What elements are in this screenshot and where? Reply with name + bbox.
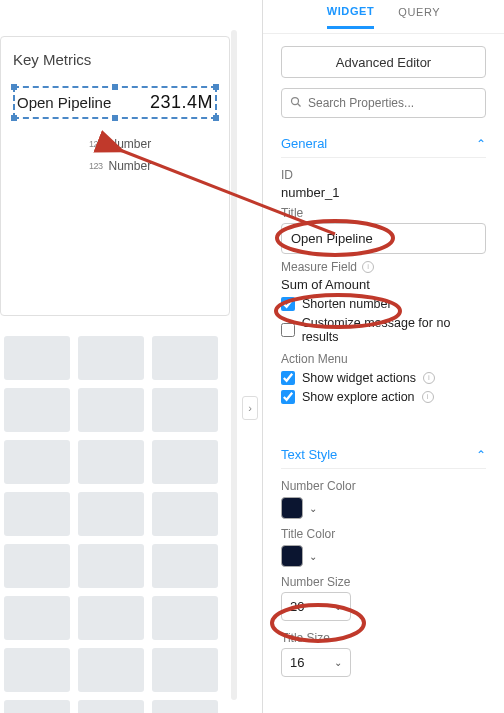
measure-field-label: Measure Field i (281, 260, 486, 274)
number-size-value: 20 (290, 599, 304, 614)
shorten-number-row[interactable]: Shorten number (281, 297, 486, 311)
title-label: Title (281, 206, 486, 220)
panel-body: Advanced Editor General ⌃ ID number_1 Ti… (263, 34, 504, 689)
number-color-label: Number Color (281, 479, 486, 493)
palette-cell[interactable] (78, 492, 144, 536)
panel-collapse-handle[interactable]: › (242, 396, 258, 420)
palette-cell[interactable] (4, 544, 70, 588)
show-explore-action-label: Show explore action (302, 390, 415, 404)
search-properties-input[interactable] (308, 96, 477, 110)
card-key-metrics: Key Metrics Open Pipeline 231.4M 123 Num… (0, 36, 230, 316)
chevron-down-icon: ⌄ (334, 601, 342, 612)
chevron-down-icon: ⌄ (309, 551, 317, 562)
svg-point-0 (292, 97, 299, 104)
palette-cell[interactable] (152, 336, 218, 380)
palette-cell[interactable] (4, 440, 70, 484)
widget-title: Open Pipeline (17, 94, 111, 111)
customize-message-label: Customize message for no results (302, 316, 486, 344)
palette-cell[interactable] (4, 492, 70, 536)
show-widget-actions-row[interactable]: Show widget actions i (281, 371, 486, 385)
palette-cell[interactable] (78, 544, 144, 588)
show-widget-actions-label: Show widget actions (302, 371, 416, 385)
resize-handle[interactable] (11, 115, 17, 121)
section-general-toggle[interactable]: General ⌃ (281, 132, 486, 158)
search-icon (290, 96, 302, 111)
resize-handle[interactable] (11, 84, 17, 90)
dashboard-canvas[interactable]: Key Metrics Open Pipeline 231.4M 123 Num… (0, 0, 237, 713)
palette-cell[interactable] (4, 700, 70, 713)
palette-cell[interactable] (152, 544, 218, 588)
number-size-select[interactable]: 20 ⌄ (281, 592, 351, 621)
palette-cell[interactable] (4, 336, 70, 380)
palette-cell[interactable] (152, 388, 218, 432)
section-label: General (281, 136, 327, 151)
customize-message-checkbox[interactable] (281, 323, 295, 337)
widget-placeholder-number-1[interactable]: 123 Number (13, 131, 217, 153)
info-icon[interactable]: i (423, 372, 435, 384)
show-widget-actions-checkbox[interactable] (281, 371, 295, 385)
title-color-label: Title Color (281, 527, 486, 541)
palette-cell[interactable] (4, 648, 70, 692)
number-icon: 123 (89, 161, 103, 171)
palette-cell[interactable] (152, 596, 218, 640)
show-explore-action-row[interactable]: Show explore action i (281, 390, 486, 404)
title-input[interactable] (281, 223, 486, 254)
palette-cell[interactable] (152, 648, 218, 692)
show-explore-action-checkbox[interactable] (281, 390, 295, 404)
shorten-number-label: Shorten number (302, 297, 392, 311)
chevron-up-icon: ⌃ (476, 448, 486, 462)
palette-cell[interactable] (78, 648, 144, 692)
number-icon: 123 (89, 139, 103, 149)
properties-panel: WIDGET QUERY Advanced Editor General ⌃ I… (262, 0, 504, 713)
section-label: Text Style (281, 447, 337, 462)
palette-cell[interactable] (152, 492, 218, 536)
resize-handle[interactable] (213, 115, 219, 121)
palette-cell[interactable] (4, 596, 70, 640)
resize-handle[interactable] (112, 115, 118, 121)
widget-type-label: Number (109, 159, 152, 173)
shorten-number-checkbox[interactable] (281, 297, 295, 311)
widget-type-label: Number (109, 137, 152, 151)
svg-line-1 (298, 103, 301, 106)
info-icon[interactable]: i (422, 391, 434, 403)
color-swatch[interactable] (281, 497, 303, 519)
palette-cell[interactable] (152, 440, 218, 484)
search-properties-field[interactable] (281, 88, 486, 118)
panel-tabs: WIDGET QUERY (263, 0, 504, 34)
chevron-right-icon: › (248, 402, 252, 414)
color-swatch[interactable] (281, 545, 303, 567)
widget-palette (0, 336, 229, 713)
id-value: number_1 (281, 185, 486, 200)
card-title: Key Metrics (13, 51, 217, 68)
title-color-picker[interactable]: ⌄ (281, 545, 486, 567)
palette-cell[interactable] (78, 596, 144, 640)
selected-widget-open-pipeline[interactable]: Open Pipeline 231.4M (13, 86, 217, 119)
palette-cell[interactable] (152, 700, 218, 713)
canvas-scrollbar[interactable] (231, 30, 237, 700)
title-size-value: 16 (290, 655, 304, 670)
widget-placeholder-number-2[interactable]: 123 Number (13, 153, 217, 175)
resize-handle[interactable] (112, 84, 118, 90)
palette-cell[interactable] (78, 700, 144, 713)
title-size-select[interactable]: 16 ⌄ (281, 648, 351, 677)
palette-cell[interactable] (4, 388, 70, 432)
tab-widget[interactable]: WIDGET (327, 5, 375, 29)
section-text-style-toggle[interactable]: Text Style ⌃ (281, 443, 486, 469)
action-menu-label: Action Menu (281, 352, 486, 366)
measure-field-value: Sum of Amount (281, 277, 486, 292)
palette-cell[interactable] (78, 440, 144, 484)
title-size-label: Title Size (281, 631, 486, 645)
advanced-editor-button[interactable]: Advanced Editor (281, 46, 486, 78)
info-icon[interactable]: i (362, 261, 374, 273)
chevron-up-icon: ⌃ (476, 137, 486, 151)
widget-value: 231.4M (150, 92, 213, 113)
palette-cell[interactable] (78, 388, 144, 432)
customize-message-row[interactable]: Customize message for no results (281, 316, 486, 344)
chevron-down-icon: ⌄ (309, 503, 317, 514)
number-size-label: Number Size (281, 575, 486, 589)
number-color-picker[interactable]: ⌄ (281, 497, 486, 519)
palette-cell[interactable] (78, 336, 144, 380)
tab-query[interactable]: QUERY (398, 6, 440, 27)
resize-handle[interactable] (213, 84, 219, 90)
chevron-down-icon: ⌄ (334, 657, 342, 668)
